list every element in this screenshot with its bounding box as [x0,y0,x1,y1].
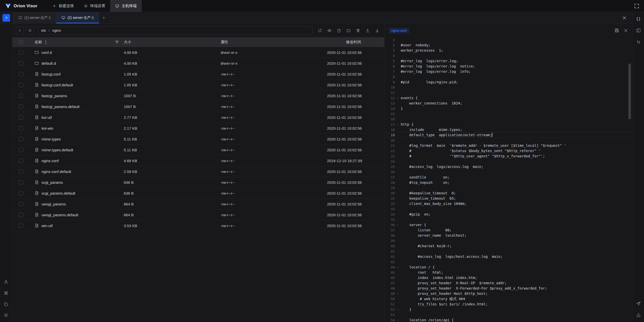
row-checkbox[interactable] [19,224,23,228]
file-row[interactable]: nginx.conf4.68 KB-rw-r--r--2024-12-10 16… [12,155,384,166]
code-line[interactable]: 48 proxy_set_header X-Forwarded-For $pro… [385,286,632,291]
row-checkbox[interactable] [19,202,23,206]
row-checkbox[interactable] [19,169,23,174]
code-line[interactable]: 33 [385,206,632,212]
nav-item-new-connection[interactable]: 新建连接 [47,0,79,12]
row-checkbox[interactable] [19,148,23,152]
code-line[interactable]: 45 root html; [385,270,632,275]
file-row[interactable]: fastcgi_params1007 B-rw-r--r--2020-11-01… [12,90,384,101]
refresh-button[interactable] [316,27,324,34]
fold-chevron-icon[interactable] [395,317,401,322]
code-line[interactable]: 35 [385,217,632,222]
column-header-mtime[interactable]: 修改时间 [327,40,384,45]
code-line[interactable]: 2#user nobody; [385,43,632,48]
editor-scrollbar-thumb[interactable] [628,64,631,119]
file-row[interactable]: mime.types.default5.11 KB-rw-r--r--2020-… [12,145,384,155]
settings-button[interactable] [2,311,10,319]
save-button[interactable] [614,28,619,33]
file-row[interactable]: fastcgi.conf1.05 KB-rw-r--r--2020-11-01 … [12,69,384,80]
row-checkbox[interactable] [19,104,23,109]
code-line[interactable]: 11 [385,90,632,95]
row-checkbox[interactable] [19,213,23,217]
preview-button[interactable] [326,27,333,34]
file-row[interactable]: koi-utf2.77 KB-rw-r--r--2020-11-01 10:02… [12,112,384,123]
code-line[interactable]: 12events { [385,95,632,101]
file-row[interactable]: uwsgi_params.default664 B-rw-r--r--2020-… [12,209,384,220]
code-line[interactable]: 46 index index.html index.htm; [385,275,632,280]
code-line[interactable]: 53 [385,312,632,317]
file-row[interactable]: scgi_params.default636 B-rw-r--r--2020-1… [12,188,384,199]
layout-button[interactable] [635,27,642,34]
row-checkbox[interactable] [19,61,23,65]
sort-button[interactable] [635,38,642,46]
code-line[interactable]: 38 server_name localhost; [385,233,632,238]
code-line[interactable]: 3worker_processes 1; [385,48,632,53]
code-line[interactable]: 52 } [385,307,632,312]
file-row[interactable]: fastcgi_params.default1007 B-rw-r--r--20… [12,101,384,112]
export-button[interactable] [635,311,642,319]
column-header-size[interactable]: 大小 [123,40,220,45]
file-row[interactable]: mime.types5.11 KB-rw-r--r--2020-11-01 10… [12,134,384,145]
user-button[interactable] [2,278,10,286]
new-file-button[interactable] [335,27,343,34]
code-line[interactable]: 26 [385,169,632,175]
code-line[interactable]: 15 [385,111,632,117]
file-row[interactable]: win-utf3.53 KB-rw-r--r--2020-11-01 10:02… [12,220,384,231]
code-line[interactable]: 34 #gzip on; [385,212,632,217]
code-line[interactable]: 39 [385,238,632,243]
file-row[interactable]: koi-win2.17 KB-rw-r--r--2020-11-01 10:02… [12,123,384,134]
code-line[interactable]: 40 #charset koi8-r; [385,243,632,249]
file-row[interactable]: scgi_params636 B-rw-r--r--2020-11-01 10:… [12,177,384,188]
command-button[interactable] [2,289,10,297]
sort-caret-icon[interactable] [44,40,48,45]
code-line[interactable]: 54 location /orion/api { [385,317,632,322]
code-line[interactable]: 8 [385,74,632,80]
fold-chevron-icon[interactable] [395,122,401,127]
fold-chevron-icon[interactable] [395,222,401,228]
code-line[interactable]: 13 worker_connections 1024; [385,101,632,106]
fold-chevron-icon[interactable] [395,95,401,101]
nav-item-host-terminal[interactable]: 主机终端 [110,0,142,12]
code-line[interactable]: 49 proxy_set_header Host $http_host; [385,291,632,296]
row-checkbox[interactable] [19,94,23,98]
theme-button[interactable] [2,300,10,308]
row-checkbox[interactable] [19,180,23,185]
code-line[interactable]: 43 [385,259,632,265]
row-checkbox[interactable] [19,50,23,55]
code-line[interactable]: 50 # web history 模式 404 [385,296,632,302]
code-line[interactable]: 37 listen 80; [385,228,632,233]
row-checkbox[interactable] [19,115,23,120]
close-icon[interactable] [622,15,627,20]
code-line[interactable]: 19 default_type application/octet-stream… [385,132,632,138]
download-button[interactable] [373,27,381,34]
code-line[interactable]: 47 proxy_set_header X-Real-IP $remote_ad… [385,280,632,286]
code-line[interactable]: 25 #access_log logs/access.log main; [385,164,632,169]
breadcrumb-segment[interactable]: etc [41,28,46,32]
file-row[interactable]: nginx.conf.default2.59 KB-rw-r--r--2020-… [12,166,384,177]
row-checkbox[interactable] [19,83,23,87]
code-line[interactable]: 24 [385,159,632,164]
terminal-tab-2[interactable]: (2) server-生产-1 [56,12,99,23]
code-line[interactable]: 14} [385,106,632,111]
back-button[interactable] [16,26,24,34]
sort-caret-icon[interactable] [363,41,366,44]
code-line[interactable]: 22 # '$status $body_bytes_sent "$http_re… [385,148,632,154]
filter-icon[interactable] [115,40,119,45]
file-row[interactable]: conf.d4.00 KBdrwxr-xr-x2020-11-01 10:02:… [12,47,384,58]
row-checkbox[interactable] [19,191,23,195]
fold-chevron-icon[interactable] [395,291,401,296]
row-checkbox[interactable] [19,137,23,141]
code-line[interactable]: 1 [385,37,632,43]
fold-chevron-icon[interactable] [395,265,401,270]
code-line[interactable]: 51 try_files $uri $uri/ /index.html; [385,302,632,307]
file-row[interactable]: default.d4.00 KBdrwxr-xr-x2020-11-01 10:… [12,58,384,69]
code-line[interactable]: 28 #tcp_nopush on; [385,180,632,185]
new-connection-button[interactable] [3,14,10,22]
nav-item-terminal-settings[interactable]: 终端设置 [79,0,110,12]
code-line[interactable]: 16 [385,117,632,122]
code-line[interactable]: 31 keepalive_timeout 65; [385,196,632,201]
column-header-name[interactable]: 名称 [29,40,123,45]
braces-button[interactable]: {} [635,15,642,23]
new-folder-button[interactable] [345,27,352,34]
fullscreen-icon[interactable] [634,3,639,9]
